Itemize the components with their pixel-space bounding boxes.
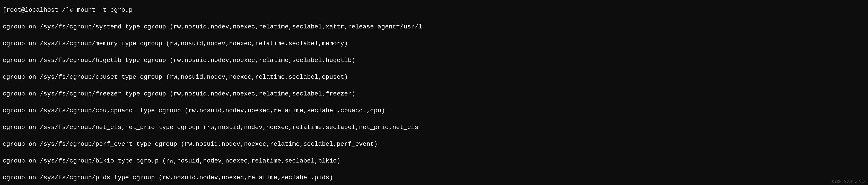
output-line: cgroup on /sys/fs/cgroup/memory type cgr… [3, 35, 865, 52]
output-line: cgroup on /sys/fs/cgroup/pids type cgrou… [3, 169, 865, 185]
command-text: mount -t cgroup [77, 7, 132, 13]
output-line: cgroup on /sys/fs/cgroup/cpu,cpuacct typ… [3, 102, 865, 119]
output-line: cgroup on /sys/fs/cgroup/blkio type cgro… [3, 153, 865, 169]
output-line: cgroup on /sys/fs/cgroup/net_cls,net_pri… [3, 119, 865, 136]
prompt: [root@localhost /]# [3, 7, 77, 13]
command-prompt-line: [root@localhost /]# mount -t cgroup [3, 2, 865, 18]
output-line: cgroup on /sys/fs/cgroup/systemd type cg… [3, 18, 865, 35]
output-line: cgroup on /sys/fs/cgroup/cpuset type cgr… [3, 69, 865, 85]
terminal-window: [root@localhost /]# mount -t cgroup cgro… [0, 0, 868, 185]
output-line: cgroup on /sys/fs/cgroup/perf_event type… [3, 136, 865, 153]
watermark: CSDN @人间无半人 [832, 179, 866, 184]
output-line: cgroup on /sys/fs/cgroup/hugetlb type cg… [3, 52, 865, 69]
output-line: cgroup on /sys/fs/cgroup/freezer type cg… [3, 85, 865, 102]
output-container: cgroup on /sys/fs/cgroup/systemd type cg… [3, 18, 865, 185]
